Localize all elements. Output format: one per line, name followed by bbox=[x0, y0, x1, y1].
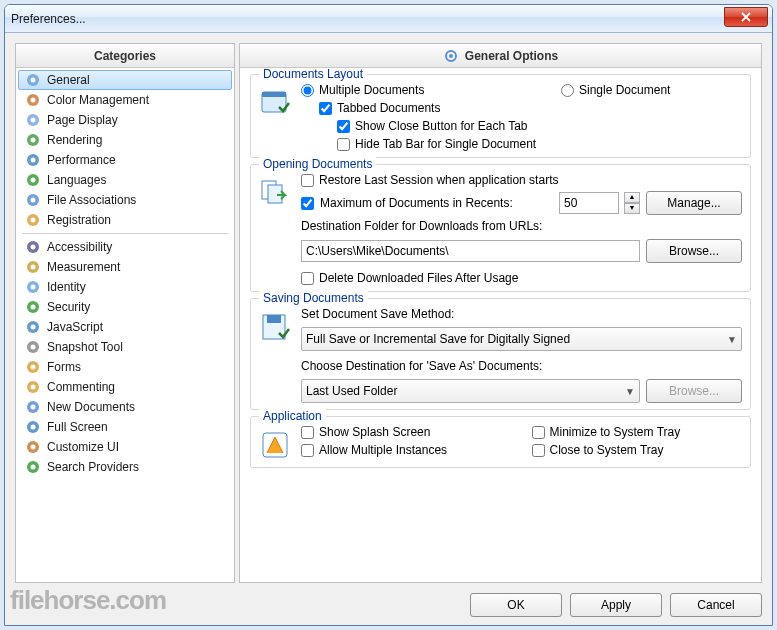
shield-icon bbox=[25, 299, 41, 315]
check-deletedl[interactable] bbox=[301, 272, 314, 285]
sidebar-item-identity[interactable]: Identity bbox=[18, 277, 232, 297]
gear-icon bbox=[25, 72, 41, 88]
globe-icon bbox=[25, 172, 41, 188]
sidebar-item-fullscreen[interactable]: Full Screen bbox=[18, 417, 232, 437]
check-splash[interactable] bbox=[301, 426, 314, 439]
check-maxdocs[interactable] bbox=[301, 197, 314, 210]
svg-point-35 bbox=[31, 425, 36, 430]
category-list[interactable]: GeneralColor ManagementPage DisplayRende… bbox=[16, 68, 234, 582]
close-button[interactable] bbox=[724, 7, 768, 27]
label-maxdocs: Maximum of Documents in Recents: bbox=[320, 196, 553, 210]
select-savemethod[interactable]: Full Save or Incremental Save for Digita… bbox=[301, 327, 742, 351]
select-savedest[interactable]: Last Used Folder ▼ bbox=[301, 379, 640, 403]
group-opening: Opening Documents Restore Last Session w… bbox=[250, 164, 751, 292]
ruler-icon bbox=[25, 259, 41, 275]
sidebar-item-snapshot[interactable]: Snapshot Tool bbox=[18, 337, 232, 357]
label-hidetab: Hide Tab Bar for Single Document bbox=[355, 137, 536, 151]
user-icon bbox=[25, 212, 41, 228]
radio-single[interactable] bbox=[561, 84, 574, 97]
spin-down-icon[interactable]: ▼ bbox=[624, 203, 640, 214]
svg-point-41 bbox=[449, 54, 453, 58]
sidebar-item-search[interactable]: Search Providers bbox=[18, 457, 232, 477]
label-savemethod: Set Document Save Method: bbox=[301, 307, 742, 321]
label-tabbed: Tabbed Documents bbox=[337, 101, 440, 115]
browse-save-button: Browse... bbox=[646, 379, 742, 403]
check-closetray[interactable] bbox=[532, 444, 545, 457]
titlebar: Preferences... bbox=[5, 5, 772, 33]
sidebar-item-label: General bbox=[47, 73, 90, 87]
check-multiinst[interactable] bbox=[301, 444, 314, 457]
check-restore[interactable] bbox=[301, 174, 314, 187]
sidebar-item-fileassoc[interactable]: File Associations bbox=[18, 190, 232, 210]
preferences-window: Preferences... Categories GeneralColor M… bbox=[4, 4, 773, 626]
sidebar-item-security[interactable]: Security bbox=[18, 297, 232, 317]
category-separator bbox=[22, 233, 228, 234]
sidebar-item-performance[interactable]: Performance bbox=[18, 150, 232, 170]
svg-point-33 bbox=[31, 405, 36, 410]
sidebar-item-pagedisplay[interactable]: Page Display bbox=[18, 110, 232, 130]
group-application: Application Show Splash Screen bbox=[250, 416, 751, 468]
svg-point-5 bbox=[31, 118, 36, 123]
label-closetray: Close to System Tray bbox=[550, 443, 664, 457]
check-closebtn[interactable] bbox=[337, 120, 350, 133]
check-tabbed[interactable] bbox=[319, 102, 332, 115]
sidebar-item-customize[interactable]: Customize UI bbox=[18, 437, 232, 457]
dialog-buttons: OK Apply Cancel bbox=[15, 589, 762, 617]
files-icon bbox=[25, 192, 41, 208]
save-icon bbox=[259, 311, 291, 343]
sidebar-item-rendering[interactable]: Rendering bbox=[18, 130, 232, 150]
svg-point-39 bbox=[31, 465, 36, 470]
spinner-maxdocs[interactable]: ▲ ▼ bbox=[624, 192, 640, 214]
browse-dest-button[interactable]: Browse... bbox=[646, 239, 742, 263]
manage-button[interactable]: Manage... bbox=[646, 191, 742, 215]
sidebar-item-label: Security bbox=[47, 300, 90, 314]
sidebar-item-label: Search Providers bbox=[47, 460, 139, 474]
svg-point-1 bbox=[31, 78, 36, 83]
sidebar-item-color[interactable]: Color Management bbox=[18, 90, 232, 110]
sidebar-item-accessibility[interactable]: Accessibility bbox=[18, 237, 232, 257]
id-icon bbox=[25, 279, 41, 295]
access-icon bbox=[25, 239, 41, 255]
sidebar-item-newdocs[interactable]: New Documents bbox=[18, 397, 232, 417]
svg-rect-47 bbox=[267, 315, 281, 323]
sidebar-item-label: Forms bbox=[47, 360, 81, 374]
svg-point-9 bbox=[31, 158, 36, 163]
group-title-opening: Opening Documents bbox=[259, 157, 376, 171]
group-title-layout: Documents Layout bbox=[259, 68, 367, 81]
svg-point-21 bbox=[31, 285, 36, 290]
app-icon bbox=[259, 429, 291, 461]
sidebar-item-label: Color Management bbox=[47, 93, 149, 107]
svg-point-15 bbox=[31, 218, 36, 223]
sidebar-item-label: Registration bbox=[47, 213, 111, 227]
cancel-button[interactable]: Cancel bbox=[670, 593, 762, 617]
sidebar-item-label: Snapshot Tool bbox=[47, 340, 123, 354]
label-splash: Show Splash Screen bbox=[319, 425, 430, 439]
svg-point-3 bbox=[31, 98, 36, 103]
check-hidetab[interactable] bbox=[337, 138, 350, 151]
label-closebtn: Show Close Button for Each Tab bbox=[355, 119, 528, 133]
label-mintray: Minimize to System Tray bbox=[550, 425, 681, 439]
ok-button[interactable]: OK bbox=[470, 593, 562, 617]
spin-up-icon[interactable]: ▲ bbox=[624, 192, 640, 203]
apply-button[interactable]: Apply bbox=[570, 593, 662, 617]
sidebar-item-forms[interactable]: Forms bbox=[18, 357, 232, 377]
window-title: Preferences... bbox=[11, 12, 86, 26]
sidebar-item-javascript[interactable]: JavaScript bbox=[18, 317, 232, 337]
sidebar-item-commenting[interactable]: Commenting bbox=[18, 377, 232, 397]
label-single: Single Document bbox=[579, 83, 670, 97]
sidebar-item-label: Rendering bbox=[47, 133, 102, 147]
camera-icon bbox=[25, 339, 41, 355]
sidebar-item-measurement[interactable]: Measurement bbox=[18, 257, 232, 277]
sidebar-item-label: Performance bbox=[47, 153, 116, 167]
sidebar-item-registration[interactable]: Registration bbox=[18, 210, 232, 230]
svg-point-29 bbox=[31, 365, 36, 370]
label-multiple: Multiple Documents bbox=[319, 83, 424, 97]
label-multiinst: Allow Multiple Instances bbox=[319, 443, 447, 457]
sidebar-item-general[interactable]: General bbox=[18, 70, 232, 90]
input-destfolder[interactable] bbox=[301, 240, 640, 262]
sidebar-item-languages[interactable]: Languages bbox=[18, 170, 232, 190]
radio-multiple[interactable] bbox=[301, 84, 314, 97]
check-mintray[interactable] bbox=[532, 426, 545, 439]
input-maxdocs[interactable] bbox=[559, 192, 619, 214]
label-destfolder: Destination Folder for Downloads from UR… bbox=[301, 219, 742, 233]
